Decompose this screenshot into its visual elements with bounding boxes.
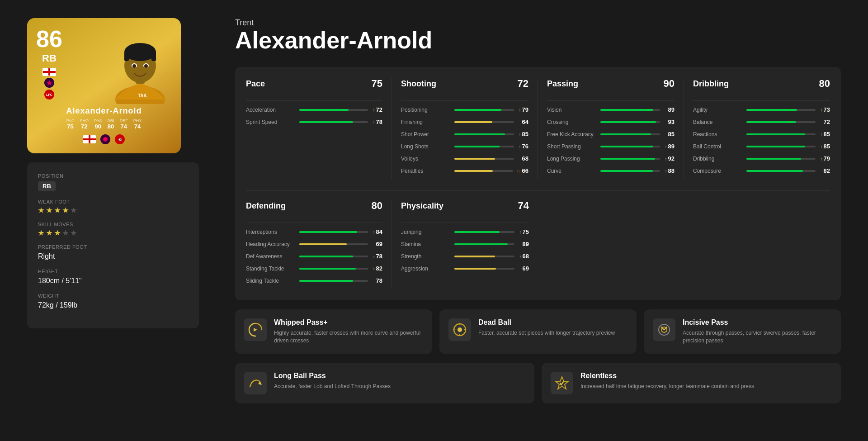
balance-row: Balance 72 [693,119,830,125]
reactions-row: Reactions ↑85 [693,131,830,138]
card-stat-pac: PAC 75 [66,119,75,130]
long-passing-value: ↑92 [664,155,675,162]
stat-category-dribbling: Dribbling 80 Agility ↑73 Balance [684,78,830,180]
short-passing-value: ↑89 [664,143,675,150]
penalties-bar [454,170,493,172]
aggression-value: 69 [518,265,529,272]
crossing-bar-container [600,121,660,123]
composure-bar-container [746,170,816,172]
finishing-bar-container [454,121,514,123]
agility-row: Agility ↑73 [693,106,830,113]
strength-bar [454,256,495,257]
def-awareness-bar-container [299,256,368,257]
defending-label: Defending [246,201,286,211]
star-3 [54,207,61,213]
dribbling-attr-bar-container [746,158,816,160]
star-2 [46,207,52,213]
physicality-header: Physicality 74 [401,200,529,215]
svg-rect-8 [151,52,156,61]
incisive-pass-desc: Accurate through passes, curvier swerve … [683,329,832,345]
card-stat-def: DEF 74 [120,119,128,130]
height-label: Height [38,269,188,274]
skill-star-2 [46,230,52,236]
stamina-label: Stamina [401,241,451,247]
playstyle-incisive-pass: Incisive Pass Accurate through passes, c… [644,309,841,354]
weak-foot-stars [38,207,188,213]
weak-foot-row: Weak Foot [38,199,188,213]
curve-bar [600,170,653,172]
right-panel: Trent Alexander-Arnold Pace 75 Accelerat… [235,18,841,403]
height-row: Height 180cm / 5'11" [38,269,188,285]
long-shots-label: Long Shots [401,143,451,150]
empty-col-1 [538,200,684,289]
playstyle-whipped-pass: Whipped Pass+ Highly accurate, faster cr… [235,309,432,354]
heading-accuracy-bar [299,243,347,245]
long-passing-bar [600,158,655,160]
short-passing-bar [600,146,653,147]
curve-row: Curve ↑88 [547,167,675,174]
agility-value: ↑73 [819,106,830,113]
physicality-value: 74 [518,200,529,212]
svg-rect-7 [124,52,129,61]
weight-value: 72kg / 159lb [38,301,188,309]
preferred-foot-value: Right [38,252,188,261]
balance-bar-container [746,121,816,123]
finishing-value: 64 [518,119,528,125]
skill-moves-label: Skill Moves [38,222,188,227]
playstyle-relentless: Relentless Increased half time fatigue r… [542,363,841,403]
card-rating: 86 [36,27,62,51]
balance-bar [746,121,796,123]
long-ball-desc: Accurate, faster Lob and Lofted Through … [274,383,525,390]
stats-bottom-row: Defending 80 Interceptions ↑84 Heading A… [246,190,830,289]
reactions-value: ↑85 [819,131,830,138]
agility-bar-container [746,109,816,111]
penalties-value: ↑↑66 [517,167,528,174]
svg-marker-22 [258,381,262,385]
crossing-bar [600,121,656,123]
skill-moves-stars [38,230,188,236]
curve-label: Curve [547,168,597,174]
ball-control-value: ↑85 [819,143,830,150]
defending-header: Defending 80 [246,200,382,215]
svg-point-17 [103,137,108,142]
interceptions-row: Interceptions ↑84 [246,228,382,235]
curve-value: ↑88 [664,167,675,174]
jumping-bar-container [454,231,514,233]
volleys-label: Volleys [401,156,451,162]
finishing-bar [454,121,492,123]
positioning-bar [454,109,501,111]
skill-star-empty-1 [62,230,69,236]
ball-control-row: Ball Control ↑85 [693,143,830,150]
def-awareness-label: Def Awareness [246,253,296,260]
finishing-row: Finishing 64 [401,119,528,125]
vision-bar-container [600,109,660,111]
england-flag-small-icon [83,135,96,143]
skill-star-3 [54,230,61,236]
jumping-bar [454,231,500,233]
reactions-bar [746,133,805,135]
prem-badge-small-icon [100,134,110,144]
relentless-icon [551,372,573,394]
heading-accuracy-value: 69 [372,241,382,247]
left-panel: 86 RB [27,18,217,403]
standing-tackle-row: Standing Tackle ↑82 [246,265,382,272]
shot-power-row: Shot Power ↑85 [401,131,528,138]
short-passing-label: Short Passing [547,143,597,150]
dribbling-attr-row: Dribbling ↑79 [693,155,830,162]
empty-col-2 [684,200,830,289]
shot-power-bar-container [454,133,514,135]
dribbling-cat-value: 80 [819,78,830,90]
player-info-box: Position RB Weak Foot Skill Moves [27,162,199,328]
dead-ball-desc: Faster, accurate set pieces with longer … [478,329,627,337]
star-1 [38,207,44,213]
dead-ball-icon [448,318,471,341]
long-shots-value: ↑76 [518,143,528,150]
volleys-value: 68 [518,155,528,162]
stat-category-pace: Pace 75 Acceleration ↑72 Sprint Speed [246,78,392,180]
card-position: RB [42,52,57,64]
strength-bar-container [454,256,514,257]
skill-moves-row: Skill Moves [38,222,188,236]
heading-accuracy-row: Heading Accuracy 69 [246,241,382,247]
short-passing-row: Short Passing ↑89 [547,143,675,150]
passing-label: Passing [547,79,578,89]
